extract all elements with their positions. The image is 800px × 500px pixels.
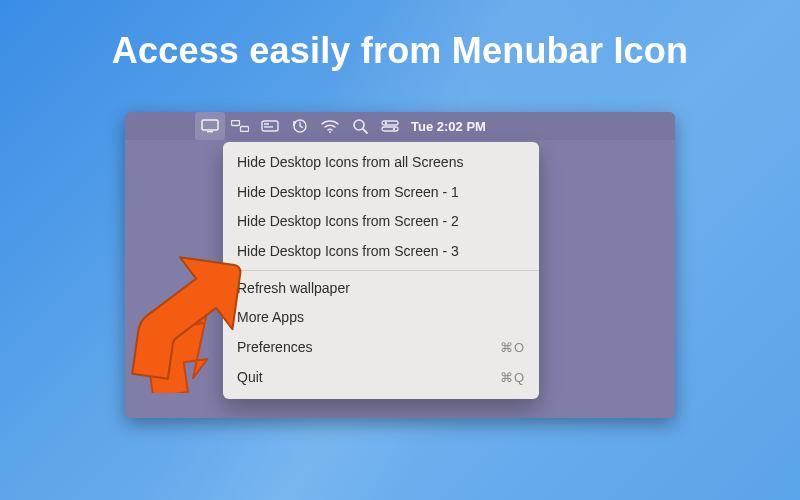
menu-item-more-apps[interactable]: More Apps xyxy=(223,303,539,333)
menu-item-hide-screen-1[interactable]: Hide Desktop Icons from Screen - 1 xyxy=(223,178,539,208)
menu-separator xyxy=(223,270,539,271)
menu-item-label: Hide Desktop Icons from Screen - 2 xyxy=(237,211,459,233)
menu-shortcut: ⌘O xyxy=(500,338,525,358)
svg-point-12 xyxy=(385,122,387,124)
screenshot-frame: Tue 2:02 PM Hide Desktop Icons from all … xyxy=(125,112,675,418)
menu-item-label: Hide Desktop Icons from Screen - 3 xyxy=(237,241,459,263)
svg-rect-2 xyxy=(232,121,240,126)
svg-line-10 xyxy=(363,129,367,133)
menubar-time-machine-icon[interactable] xyxy=(285,112,315,140)
menubar-display-icon[interactable] xyxy=(195,112,225,140)
page-title: Access easily from Menubar Icon xyxy=(0,0,800,72)
svg-point-8 xyxy=(329,131,331,133)
menubar-clock[interactable]: Tue 2:02 PM xyxy=(411,119,486,134)
menu-item-label: Refresh wallpaper xyxy=(237,278,350,300)
menubar-mission-control-icon[interactable] xyxy=(225,112,255,140)
menu-item-hide-screen-3[interactable]: Hide Desktop Icons from Screen - 3 xyxy=(223,237,539,267)
menu-item-label: More Apps xyxy=(237,307,304,329)
menu-item-quit[interactable]: Quit⌘Q xyxy=(223,363,539,393)
svg-rect-13 xyxy=(382,127,398,131)
svg-rect-4 xyxy=(262,121,278,131)
svg-rect-6 xyxy=(264,126,273,127)
svg-rect-1 xyxy=(207,131,213,132)
svg-point-14 xyxy=(393,128,395,130)
menu-item-label: Hide Desktop Icons from Screen - 1 xyxy=(237,182,459,204)
menu-item-hide-screen-2[interactable]: Hide Desktop Icons from Screen - 2 xyxy=(223,207,539,237)
menubar-search-icon[interactable] xyxy=(345,112,375,140)
menu-item-label: Hide Desktop Icons from all Screens xyxy=(237,152,463,174)
menubar: Tue 2:02 PM xyxy=(125,112,675,140)
dropdown-menu: Hide Desktop Icons from all Screens Hide… xyxy=(223,142,539,399)
svg-rect-11 xyxy=(382,121,398,125)
menu-shortcut: ⌘Q xyxy=(500,368,525,388)
menu-item-preferences[interactable]: Preferences⌘O xyxy=(223,333,539,363)
menu-item-refresh-wallpaper[interactable]: Refresh wallpaper xyxy=(223,274,539,304)
menu-item-hide-all[interactable]: Hide Desktop Icons from all Screens xyxy=(223,148,539,178)
svg-rect-5 xyxy=(264,123,269,125)
svg-rect-3 xyxy=(241,127,249,132)
menu-item-label: Quit xyxy=(237,367,263,389)
menubar-wifi-icon[interactable] xyxy=(315,112,345,140)
menubar-control-center-icon[interactable] xyxy=(375,112,405,140)
menubar-card-icon[interactable] xyxy=(255,112,285,140)
svg-rect-0 xyxy=(202,120,218,130)
menu-item-label: Preferences xyxy=(237,337,312,359)
